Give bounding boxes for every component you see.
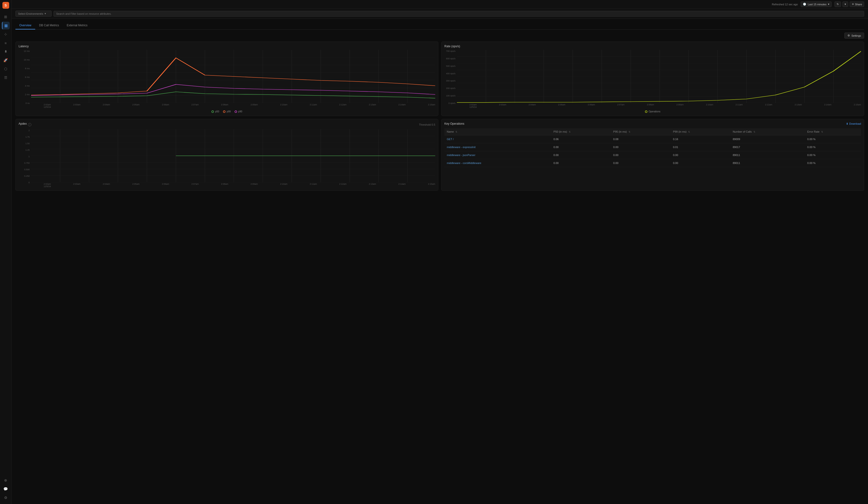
topbar: Refreshed 12 sec ago 🕐 Last 15 minutes ▾… <box>12 0 868 9</box>
share-icon: ✈ <box>852 3 854 6</box>
col-name: Name ⇅ <box>444 128 551 135</box>
nav-icon-workspace[interactable]: ⊕ <box>2 476 10 484</box>
col-error-rate: Error Rate ⇅ <box>805 128 861 135</box>
rate-chart-title: Rate (ops/s) <box>444 45 861 48</box>
sort-icon-name: ⇅ <box>455 131 457 133</box>
tab-external-metrics[interactable]: External Metrics <box>63 22 91 29</box>
row-p95-1: 0.00 <box>611 143 671 151</box>
row-p50-2: 0.00 <box>551 151 611 159</box>
search-input[interactable] <box>53 11 864 17</box>
nav-icon-tests[interactable]: ⬡ <box>2 65 10 73</box>
env-label: Select Environment/s <box>18 12 43 15</box>
row-p95-3: 0.00 <box>611 159 671 167</box>
table-row: middleware - jsonParser 0.00 0.00 0.00 8… <box>444 151 861 159</box>
table-row: middleware - corsMiddleware 0.00 0.00 0.… <box>444 159 861 167</box>
row-error-0: 0.00 % <box>805 135 861 143</box>
share-label: Share <box>855 3 862 6</box>
row-name-3[interactable]: middleware - corsMiddleware <box>444 159 551 167</box>
rate-y-axis: 700 ops/s 600 ops/s 500 ops/s 400 ops/s … <box>444 50 457 108</box>
latency-x-axis: 2:02am12/5/24 2:03am 2:04am 2:05am 2:06a… <box>31 103 435 108</box>
app-logo[interactable]: S <box>2 2 9 9</box>
sort-icon-p95: ⇅ <box>629 131 630 133</box>
nav-icon-alerts[interactable] <box>2 48 10 55</box>
sidebar: S ⊞ ▦ ⊹ ≡ 🚀 ⬡ ☰ ⊕ 💬 ⚙ <box>0 0 12 504</box>
row-p99-1: 0.01 <box>671 143 730 151</box>
row-calls-1: 89017 <box>730 143 805 151</box>
apdex-x-axis: 2:02am12/5/24 2:03am 2:04am 2:05am 2:06a… <box>31 183 435 188</box>
row-p99-0: 0.16 <box>671 135 730 143</box>
apdex-chart-wrapper: 2 1.75 1.50 1.25 1 0.750 0.500 0.250 0 <box>19 129 435 188</box>
environment-selector[interactable]: Select Environment/s ▾ <box>16 11 52 17</box>
nav-icon-list[interactable]: ☰ <box>2 74 10 82</box>
apdex-chart-title: Apdex <box>19 122 27 125</box>
tabs: Overview DB Call Metrics External Metric… <box>16 22 864 30</box>
download-label: Download <box>849 122 861 125</box>
download-icon: ⬇ <box>846 122 848 125</box>
refresh-button[interactable]: ↻ <box>835 1 841 7</box>
row-p50-3: 0.00 <box>551 159 611 167</box>
nav-icon-metrics[interactable]: ▦ <box>2 22 10 29</box>
rate-legend: Operations <box>444 110 861 113</box>
nav-icon-chat[interactable]: 💬 <box>2 485 10 493</box>
col-calls: Number of Calls ⇅ <box>730 128 805 135</box>
nav-icon-logs[interactable]: ≡ <box>2 39 10 47</box>
share-button[interactable]: ✈ Share <box>850 1 864 7</box>
rate-chart-card: Rate (ops/s) 700 ops/s 600 ops/s 500 ops… <box>441 41 864 116</box>
refresh-options-button[interactable]: ▾ <box>843 1 848 7</box>
row-error-3: 0.00 % <box>805 159 861 167</box>
row-p95-0: 0.08 <box>611 135 671 143</box>
col-p95: P95 (in ms) ⇅ <box>611 128 671 135</box>
chevron-down-icon: ▾ <box>828 3 829 6</box>
key-operations-header: Key Operations ⬇ Download <box>444 122 861 125</box>
row-name-1[interactable]: middleware - expressInit <box>444 143 551 151</box>
apdex-threshold-label: Threshold 0.5 <box>419 123 435 126</box>
settings-button[interactable]: ⚙ Settings <box>844 32 864 39</box>
time-selector[interactable]: 🕐 Last 15 minutes ▾ <box>801 1 831 7</box>
latency-chart-card: Latency 12 ms 10 ms 8 ms 6 ms 4 ms 2 ms … <box>16 41 438 116</box>
apdex-chart-area <box>31 129 435 182</box>
nav-icon-dashboard[interactable]: ⊞ <box>2 13 10 21</box>
latency-legend: p50 p99 p90 <box>19 110 435 113</box>
apdex-header: Apdex i Threshold 0.5 <box>19 122 435 127</box>
topbar-actions: ↻ ▾ ✈ Share <box>835 1 864 7</box>
row-error-2: 0.00 % <box>805 151 861 159</box>
sort-icon-calls: ⇅ <box>754 131 755 133</box>
top-charts: Latency 12 ms 10 ms 8 ms 6 ms 4 ms 2 ms … <box>16 41 864 116</box>
apdex-info-icon[interactable]: i <box>28 123 31 126</box>
content-area: Overview DB Call Metrics External Metric… <box>12 19 868 504</box>
row-name-2[interactable]: middleware - jsonParser <box>444 151 551 159</box>
row-p99-3: 0.00 <box>671 159 730 167</box>
latency-chart-area <box>31 50 435 103</box>
row-p95-2: 0.00 <box>611 151 671 159</box>
table-row: middleware - expressInit 0.00 0.00 0.01 … <box>444 143 861 151</box>
key-operations-body: GET / 0.06 0.08 0.16 89009 0.00 % middle… <box>444 135 861 167</box>
sort-icon-p99: ⇅ <box>688 131 690 133</box>
apdex-y-axis: 2 1.75 1.50 1.25 1 0.750 0.500 0.250 0 <box>19 129 31 188</box>
settings-row: ⚙ Settings <box>16 32 864 39</box>
download-button[interactable]: ⬇ Download <box>846 122 861 125</box>
table-header: Name ⇅ P50 (in ms) ⇅ P95 (in ms) ⇅ <box>444 128 861 135</box>
sort-icon-p50: ⇅ <box>569 131 571 133</box>
time-label: Last 15 minutes <box>808 3 827 6</box>
tab-db-call-metrics[interactable]: DB Call Metrics <box>35 22 63 29</box>
row-p50-1: 0.00 <box>551 143 611 151</box>
key-operations-title: Key Operations <box>444 122 464 125</box>
latency-chart-title: Latency <box>19 45 435 48</box>
rate-x-axis: 2:02am12/5/24 2:03am 2:04am 2:05am 2:06a… <box>457 103 861 108</box>
col-p50: P50 (in ms) ⇅ <box>551 128 611 135</box>
key-operations-card: Key Operations ⬇ Download Name ⇅ <box>441 119 864 191</box>
row-p50-0: 0.06 <box>551 135 611 143</box>
row-error-1: 0.00 % <box>805 143 861 151</box>
tab-overview[interactable]: Overview <box>16 22 35 29</box>
row-calls-3: 89011 <box>730 159 805 167</box>
row-name-0[interactable]: GET / <box>444 135 551 143</box>
nav-icon-deploy[interactable]: 🚀 <box>2 56 10 64</box>
settings-label: Settings <box>851 34 861 37</box>
rate-chart-wrapper: 700 ops/s 600 ops/s 500 ops/s 400 ops/s … <box>444 50 861 108</box>
legend-p50: p50 <box>211 110 219 113</box>
nav-icon-traces[interactable]: ⊹ <box>2 30 10 38</box>
main-content: Refreshed 12 sec ago 🕐 Last 15 minutes ▾… <box>12 0 868 504</box>
env-chevron-icon: ▾ <box>45 12 46 15</box>
key-operations-table: Name ⇅ P50 (in ms) ⇅ P95 (in ms) ⇅ <box>444 128 861 167</box>
nav-icon-settings[interactable]: ⚙ <box>2 494 10 502</box>
